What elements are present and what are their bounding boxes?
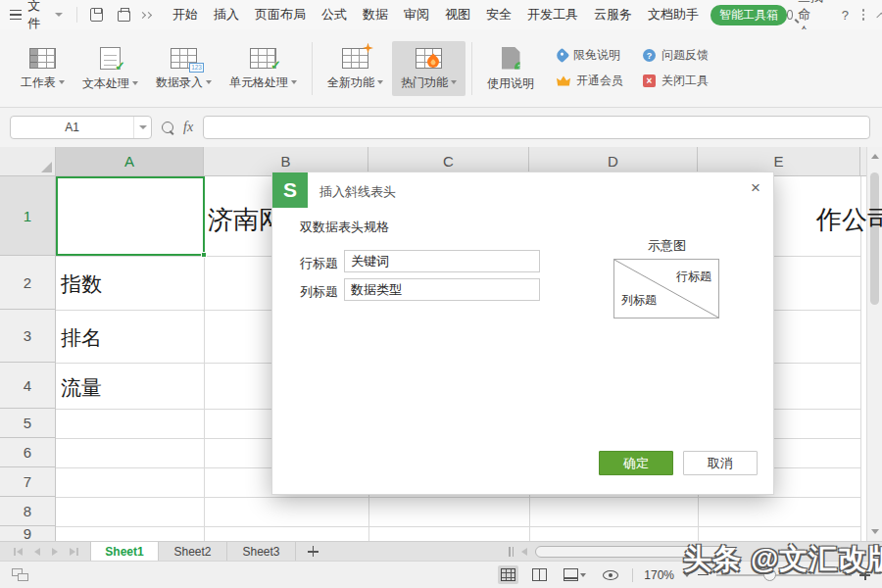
feedback-link[interactable]: ? 问题反馈 xyxy=(643,47,709,64)
name-box-value: A1 xyxy=(11,121,133,134)
hot-features-button-selected[interactable]: 热门功能 xyxy=(392,41,466,96)
worksheet-button[interactable]: 工作表 xyxy=(12,41,74,96)
grid-line xyxy=(56,526,860,527)
menu-dev-tools[interactable]: 开发工具 xyxy=(519,6,586,24)
next-sheet-icon[interactable] xyxy=(52,548,58,556)
add-sheet-button[interactable] xyxy=(296,542,329,561)
first-sheet-icon[interactable] xyxy=(14,548,23,556)
formula-input[interactable] xyxy=(203,116,870,139)
grid-line xyxy=(56,497,860,498)
sheet-tab-1-active[interactable]: Sheet1 xyxy=(90,542,159,561)
ok-button[interactable]: 确定 xyxy=(599,451,673,475)
ribbon-divider xyxy=(312,42,313,95)
menu-doc-assistant[interactable]: 文档助手 xyxy=(640,6,707,24)
search-icon xyxy=(787,10,793,20)
menu-page-layout[interactable]: 页面布局 xyxy=(247,6,314,24)
cell-text-a2: 指数 xyxy=(61,270,102,298)
table-check-icon: ✓ xyxy=(250,48,276,69)
row-header-4[interactable]: 4 xyxy=(0,363,56,409)
menu-insert[interactable]: 插入 xyxy=(206,6,247,24)
reading-view-button[interactable] xyxy=(600,567,621,583)
zoom-level[interactable]: 170% xyxy=(644,568,674,582)
scroll-up-icon[interactable] xyxy=(871,154,879,159)
selected-cell-a1[interactable] xyxy=(56,176,205,256)
collapse-ribbon-icon[interactable] xyxy=(877,13,882,21)
row-header-2[interactable]: 2 xyxy=(0,256,56,310)
zoom-search-icon[interactable] xyxy=(162,122,173,133)
more-commands-icon[interactable] xyxy=(140,13,151,18)
usage-help-button[interactable]: ? 使用说明 xyxy=(478,40,543,97)
cell-processing-button[interactable]: ✓ 单元格处理 xyxy=(220,41,306,96)
data-entry-button[interactable]: 123 数据录入 xyxy=(147,41,220,96)
plus-icon xyxy=(308,546,318,557)
col-title-input[interactable] xyxy=(344,278,540,301)
name-box-dropdown[interactable] xyxy=(133,117,151,138)
feedback-label: 问题反馈 xyxy=(662,47,709,64)
row-header-8[interactable]: 8 xyxy=(0,497,56,526)
limited-free-link[interactable]: 限免说明 xyxy=(557,47,623,64)
shapes-icon[interactable] xyxy=(12,568,29,582)
scroll-left-icon[interactable] xyxy=(521,548,527,556)
preview-col-label: 列标题 xyxy=(621,292,657,309)
menu-view[interactable]: 视图 xyxy=(437,6,478,24)
select-all-corner[interactable] xyxy=(0,147,56,176)
menu-home[interactable]: 开始 xyxy=(165,6,206,24)
file-menu[interactable]: 文件 xyxy=(27,0,48,32)
insert-diagonal-header-dialog: S 插入斜线表头 × 双数据表头规格 行标题 列标题 示意图 行标题 列标题 确… xyxy=(271,172,774,495)
save-icon[interactable] xyxy=(90,8,103,22)
normal-view-button[interactable] xyxy=(498,565,518,584)
row-header-5[interactable]: 5 xyxy=(0,409,56,438)
scroll-down-icon[interactable] xyxy=(871,529,879,534)
menu-data[interactable]: 数据 xyxy=(355,6,396,24)
hot-features-label: 热门功能 xyxy=(401,74,448,91)
membership-link[interactable]: 开通会员 xyxy=(557,73,623,89)
data-entry-label: 数据录入 xyxy=(156,74,203,91)
menu-review[interactable]: 审阅 xyxy=(396,6,437,24)
sheet-tab-3[interactable]: Sheet3 xyxy=(227,542,296,561)
column-header-a[interactable]: A xyxy=(56,147,204,176)
text-processing-button[interactable]: ✓ 文本处理 xyxy=(74,40,147,97)
page-layout-view-button[interactable] xyxy=(561,565,589,584)
new-features-button[interactable]: 全新功能 xyxy=(318,41,392,96)
dialog-close-icon[interactable]: × xyxy=(751,179,760,196)
dialog-title: 插入斜线表头 xyxy=(319,183,396,201)
preview-diagonal-cell: 行标题 列标题 xyxy=(613,259,719,318)
more-options-icon[interactable] xyxy=(862,9,865,21)
watermark-text: 头条 @文汇改版网 xyxy=(683,540,882,579)
cancel-button[interactable]: 取消 xyxy=(683,451,758,475)
prev-sheet-icon[interactable] xyxy=(34,548,40,556)
limited-free-label: 限免说明 xyxy=(573,47,620,64)
tag-icon xyxy=(555,48,570,64)
menu-formulas[interactable]: 公式 xyxy=(314,6,355,24)
row-header-3[interactable]: 3 xyxy=(0,310,56,363)
scrollbar-grip-icon[interactable] xyxy=(509,547,514,557)
help-button[interactable]: ? xyxy=(842,8,849,23)
vertical-scrollbar-thumb[interactable] xyxy=(870,172,879,305)
row-header-7[interactable]: 7 xyxy=(0,467,56,497)
ribbon-divider xyxy=(471,42,472,95)
menu-smart-toolbox-active[interactable]: 智能工具箱 xyxy=(710,5,787,25)
menu-bar: 文件 开始 插入 页面布局 公式 数据 审阅 视图 安全 开发工具 云服务 文档… xyxy=(0,0,882,29)
page-break-icon xyxy=(532,568,547,581)
text-processing-label: 文本处理 xyxy=(82,75,129,92)
cell-text-a4: 流量 xyxy=(61,374,102,402)
page-layout-icon xyxy=(564,568,578,581)
row-header-6[interactable]: 6 xyxy=(0,438,56,467)
page-break-view-button[interactable] xyxy=(529,565,550,584)
fill-handle[interactable] xyxy=(201,252,207,258)
hamburger-menu-icon[interactable] xyxy=(10,10,22,21)
menu-cloud[interactable]: 云服务 xyxy=(586,6,640,24)
chevron-down-icon[interactable] xyxy=(55,13,63,17)
menu-security[interactable]: 安全 xyxy=(478,6,519,24)
close-tool-icon: × xyxy=(643,74,656,87)
close-tool-link[interactable]: × 关闭工具 xyxy=(643,73,709,89)
print-icon[interactable] xyxy=(118,11,130,22)
last-sheet-icon[interactable] xyxy=(70,548,78,556)
row-header-9[interactable]: 9 xyxy=(0,526,56,541)
name-box[interactable]: A1 xyxy=(10,116,152,139)
table-123-icon: 123 xyxy=(171,48,197,69)
fx-icon[interactable]: fx xyxy=(183,120,193,135)
sheet-tab-2[interactable]: Sheet2 xyxy=(159,542,227,561)
row-title-input[interactable] xyxy=(344,250,540,272)
row-header-1[interactable]: 1 xyxy=(0,176,56,256)
